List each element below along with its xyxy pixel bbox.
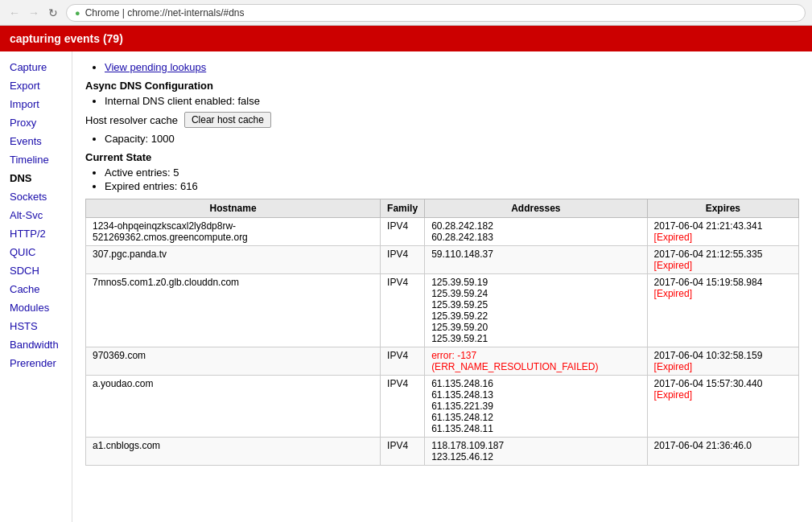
cell-expires: 2017-06-04 21:21:43.341 [Expired]: [647, 218, 798, 246]
sidebar-item-hsts[interactable]: HSTS: [0, 317, 72, 335]
table-row: a.youdao.comIPV461.135.248.16 61.135.248…: [86, 376, 799, 438]
sidebar-item-events[interactable]: Events: [0, 132, 72, 150]
main-layout: Capture Export Import Proxy Events Timel…: [0, 51, 812, 522]
table-row: 970369.comIPV4error: -137 (ERR_NAME_RESO…: [86, 347, 799, 376]
async-dns-list: Internal DNS client enabled: false: [105, 95, 799, 107]
cell-family: IPV4: [381, 246, 425, 274]
sidebar-item-cache[interactable]: Cache: [0, 280, 72, 298]
address-url: chrome://net-internals/#dns: [127, 7, 244, 18]
col-expires: Expires: [647, 199, 798, 218]
cell-hostname: 970369.com: [86, 347, 381, 376]
nav-buttons: ← → ↻: [6, 5, 61, 21]
current-state-title: Current State: [85, 151, 799, 163]
table-row: a1.cnblogs.comIPV4118.178.109.187 123.12…: [86, 438, 799, 466]
col-addresses: Addresses: [425, 199, 647, 218]
sidebar-item-capture[interactable]: Capture: [0, 58, 72, 76]
clear-cache-button[interactable]: Clear host cache: [184, 112, 271, 128]
cell-hostname: 307.pgc.panda.tv: [86, 246, 381, 274]
cell-expires: 2017-06-04 21:36:46.0: [647, 438, 798, 466]
cell-hostname: a.youdao.com: [86, 376, 381, 438]
col-hostname: Hostname: [86, 199, 381, 218]
browser-chrome: ← → ↻ ● Chrome | chrome://net-internals/…: [0, 0, 812, 26]
cell-expires: 2017-06-04 10:32:58.159 [Expired]: [647, 347, 798, 376]
cell-hostname: 7mnos5.com1.z0.glb.clouddn.com: [86, 274, 381, 347]
sidebar-item-bandwidth[interactable]: Bandwidth: [0, 335, 72, 354]
cell-family: IPV4: [381, 274, 425, 347]
address-bar[interactable]: ● Chrome | chrome://net-internals/#dns: [66, 4, 806, 22]
host-resolver-row: Host resolver cache Clear host cache: [85, 112, 799, 128]
sidebar-item-dns: DNS: [0, 169, 72, 187]
sidebar-item-export[interactable]: Export: [0, 76, 72, 95]
capture-banner: capturing events (79): [0, 26, 812, 51]
reload-button[interactable]: ↻: [45, 5, 61, 21]
cell-addresses: 59.110.148.37: [425, 246, 647, 274]
cell-addresses: error: -137 (ERR_NAME_RESOLUTION_FAILED): [425, 347, 647, 376]
table-row: 7mnos5.com1.z0.glb.clouddn.comIPV4125.39…: [86, 274, 799, 347]
content-area: View pending lookups Async DNS Configura…: [72, 51, 812, 522]
sidebar-item-prerender[interactable]: Prerender: [0, 354, 72, 372]
cell-hostname: 1234-ohpqeinqzkscaxl2ly8dp8rw-521269362.…: [86, 218, 381, 246]
forward-button[interactable]: →: [26, 5, 42, 21]
sidebar-item-timeline[interactable]: Timeline: [0, 150, 72, 169]
sidebar-item-sdch[interactable]: SDCH: [0, 261, 72, 280]
table-row: 1234-ohpqeinqzkscaxl2ly8dp8rw-521269362.…: [86, 218, 799, 246]
sidebar-item-import[interactable]: Import: [0, 95, 72, 113]
dns-table: Hostname Family Addresses Expires 1234-o…: [85, 199, 799, 466]
cell-addresses: 61.135.248.16 61.135.248.13 61.135.221.3…: [425, 376, 647, 438]
capacity-item: Capacity: 1000: [105, 133, 799, 145]
cell-addresses: 118.178.109.187 123.125.46.12: [425, 438, 647, 466]
cell-expires: 2017-06-04 15:19:58.984 [Expired]: [647, 274, 798, 347]
pending-lookups-list: View pending lookups: [105, 61, 799, 73]
sidebar-item-quic[interactable]: QUIC: [0, 243, 72, 261]
pending-lookups-link[interactable]: View pending lookups: [105, 61, 206, 73]
table-header-row: Hostname Family Addresses Expires: [86, 199, 799, 218]
async-dns-title: Async DNS Configuration: [85, 80, 799, 92]
cell-family: IPV4: [381, 376, 425, 438]
cell-hostname: a1.cnblogs.com: [86, 438, 381, 466]
capacity-list: Capacity: 1000: [105, 133, 799, 145]
cell-expires: 2017-06-04 15:57:30.440 [Expired]: [647, 376, 798, 438]
address-prefix: Chrome | chrome://net-internals/#dns: [85, 7, 245, 18]
cell-expires: 2017-06-04 21:12:55.335 [Expired]: [647, 246, 798, 274]
capture-text: capturing events (79): [10, 32, 123, 45]
sidebar: Capture Export Import Proxy Events Timel…: [0, 51, 72, 522]
current-state-list: Active entries: 5 Expired entries: 616: [105, 166, 799, 192]
sidebar-item-alt-svc[interactable]: Alt-Svc: [0, 206, 72, 224]
sidebar-item-sockets[interactable]: Sockets: [0, 187, 72, 206]
col-family: Family: [381, 199, 425, 218]
back-button[interactable]: ←: [6, 5, 23, 21]
sidebar-item-http2[interactable]: HTTP/2: [0, 224, 72, 243]
lock-icon: ●: [75, 8, 80, 18]
table-row: 307.pgc.panda.tvIPV459.110.148.372017-06…: [86, 246, 799, 274]
cell-addresses: 60.28.242.182 60.28.242.183: [425, 218, 647, 246]
cell-family: IPV4: [381, 347, 425, 376]
sidebar-item-modules[interactable]: Modules: [0, 298, 72, 317]
host-resolver-label: Host resolver cache: [85, 114, 178, 126]
cell-addresses: 125.39.59.19 125.39.59.24 125.39.59.25 1…: [425, 274, 647, 347]
chrome-label: Chrome: [85, 7, 120, 18]
async-dns-item: Internal DNS client enabled: false: [105, 95, 799, 107]
expired-entries-item: Expired entries: 616: [105, 180, 799, 192]
sidebar-item-proxy[interactable]: Proxy: [0, 113, 72, 132]
cell-family: IPV4: [381, 218, 425, 246]
active-entries-item: Active entries: 5: [105, 166, 799, 179]
cell-family: IPV4: [381, 438, 425, 466]
